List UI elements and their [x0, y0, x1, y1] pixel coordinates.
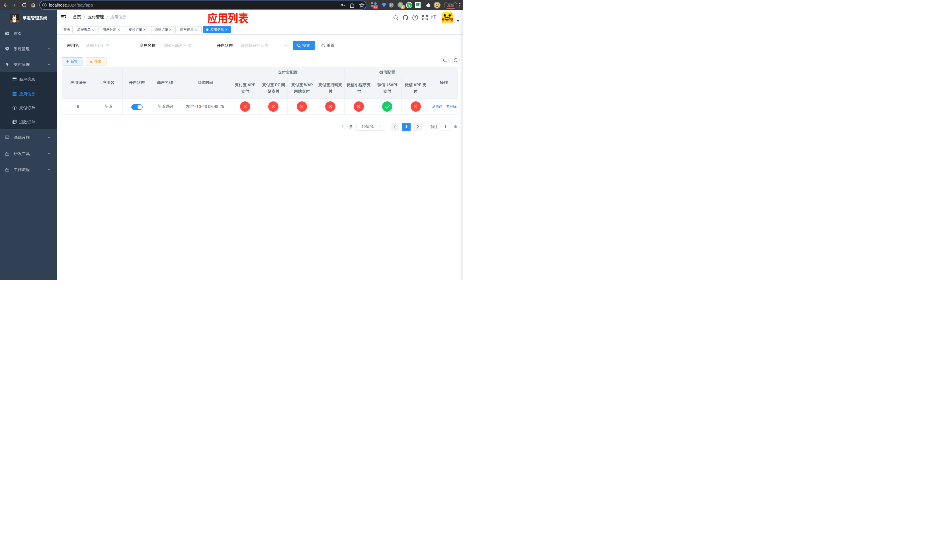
svg-text:1: 1	[402, 5, 404, 9]
svg-text:y: y	[408, 3, 410, 8]
svg-text:10: 10	[374, 5, 377, 9]
